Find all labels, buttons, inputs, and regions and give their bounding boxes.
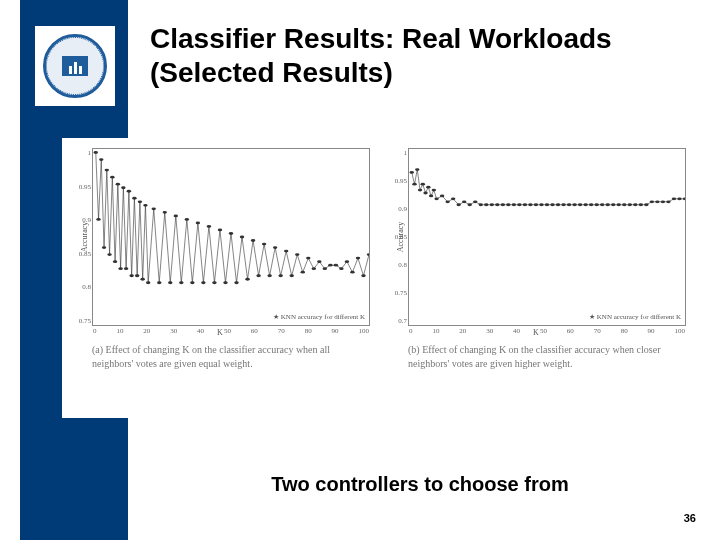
svg-point-42: [273, 246, 277, 249]
svg-point-80: [495, 203, 499, 206]
svg-point-20: [152, 207, 156, 210]
university-logo: [35, 26, 115, 106]
svg-point-51: [323, 267, 327, 270]
chart-a-yticks: 10.950.90.850.80.75: [69, 149, 91, 325]
svg-point-64: [421, 183, 425, 186]
svg-point-27: [190, 281, 194, 284]
svg-point-38: [251, 239, 255, 242]
svg-point-33: [223, 281, 227, 284]
svg-point-11: [124, 267, 128, 270]
svg-point-30: [207, 225, 211, 228]
svg-point-35: [234, 281, 238, 284]
svg-point-84: [517, 203, 521, 206]
svg-point-3: [102, 246, 106, 249]
svg-point-88: [539, 203, 543, 206]
svg-point-24: [174, 214, 178, 217]
chart-a-plot-area: Accuracy 10.950.90.850.80.75 01020304050…: [92, 148, 370, 326]
svg-point-21: [157, 281, 161, 284]
svg-point-72: [451, 197, 455, 200]
svg-point-59: [367, 253, 369, 256]
svg-point-102: [617, 203, 621, 206]
svg-point-7: [113, 260, 117, 263]
svg-point-69: [434, 197, 438, 200]
svg-point-37: [245, 278, 249, 281]
svg-point-23: [168, 281, 172, 284]
svg-point-10: [121, 186, 125, 189]
svg-point-43: [278, 274, 282, 277]
svg-point-81: [501, 203, 505, 206]
svg-point-99: [600, 203, 604, 206]
svg-point-6: [110, 176, 114, 179]
svg-point-28: [196, 222, 200, 225]
chart-a-xticks: 0102030405060708090100: [93, 327, 369, 337]
svg-point-54: [339, 267, 343, 270]
svg-point-109: [655, 200, 659, 203]
svg-point-94: [572, 203, 576, 206]
svg-point-112: [672, 197, 676, 200]
svg-point-62: [415, 168, 419, 171]
svg-point-61: [412, 183, 416, 186]
svg-point-83: [512, 203, 516, 206]
svg-point-82: [506, 203, 510, 206]
svg-point-92: [561, 203, 565, 206]
svg-point-106: [639, 203, 643, 206]
svg-point-67: [429, 195, 433, 198]
svg-point-86: [528, 203, 532, 206]
svg-point-110: [661, 200, 665, 203]
svg-point-18: [143, 204, 147, 207]
svg-point-17: [140, 278, 144, 281]
chart-a-svg: [93, 149, 369, 325]
svg-point-16: [138, 200, 142, 203]
chart-b-caption: (b) Effect of changing K on the classifi…: [378, 337, 694, 370]
svg-point-9: [118, 267, 122, 270]
svg-point-53: [334, 264, 338, 267]
svg-point-39: [256, 274, 260, 277]
chart-b-caption-text: Effect of changing K on the classifier a…: [408, 344, 661, 369]
svg-point-100: [606, 203, 610, 206]
svg-point-14: [132, 197, 136, 200]
svg-point-4: [105, 169, 109, 172]
svg-point-89: [545, 203, 549, 206]
chart-a-caption-label: (a): [92, 344, 103, 355]
logo-building-icon: [62, 56, 88, 76]
bottom-caption: Two controllers to choose from: [150, 473, 690, 496]
svg-point-47: [301, 271, 305, 274]
svg-point-2: [99, 158, 103, 161]
svg-point-105: [633, 203, 637, 206]
svg-point-60: [410, 171, 414, 174]
svg-point-93: [567, 203, 571, 206]
chart-a-cell: Accuracy 10.950.90.850.80.75 01020304050…: [62, 138, 378, 418]
svg-point-98: [594, 203, 598, 206]
svg-point-50: [317, 260, 321, 263]
svg-point-74: [462, 200, 466, 203]
charts-container: Accuracy 10.950.90.850.80.75 01020304050…: [62, 138, 694, 418]
svg-point-96: [583, 203, 587, 206]
svg-point-85: [523, 203, 527, 206]
svg-point-15: [135, 274, 139, 277]
logo-circle: [43, 34, 107, 98]
svg-point-90: [550, 203, 554, 206]
chart-b-cell: Accuracy 10.950.90.850.80.750.7 01020304…: [378, 138, 694, 418]
svg-point-73: [456, 203, 460, 206]
svg-point-8: [116, 183, 120, 186]
chart-a-caption-text: Effect of changing K on the classifier a…: [92, 344, 330, 369]
slide: Classifier Results: Real Workloads (Sele…: [0, 0, 720, 540]
svg-point-29: [201, 281, 205, 284]
svg-point-22: [163, 211, 167, 214]
svg-point-101: [611, 203, 615, 206]
svg-point-75: [468, 203, 472, 206]
svg-point-91: [556, 203, 560, 206]
svg-point-19: [146, 281, 150, 284]
svg-point-65: [423, 192, 427, 195]
svg-point-49: [312, 267, 316, 270]
svg-point-32: [218, 229, 222, 232]
svg-point-31: [212, 281, 216, 284]
svg-point-40: [262, 243, 266, 246]
svg-point-71: [445, 200, 449, 203]
chart-b-svg: [409, 149, 685, 325]
page-number: 36: [684, 512, 696, 524]
svg-point-108: [650, 200, 654, 203]
slide-title: Classifier Results: Real Workloads (Sele…: [150, 22, 700, 89]
svg-point-103: [622, 203, 626, 206]
svg-point-97: [589, 203, 593, 206]
